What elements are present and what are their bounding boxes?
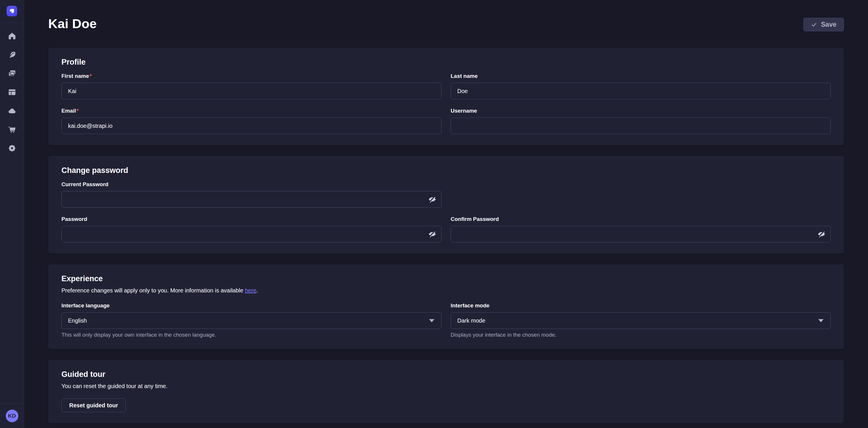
required-asterisk: * xyxy=(76,108,79,114)
experience-description-period: . xyxy=(256,287,258,293)
last-name-input[interactable] xyxy=(451,83,831,99)
first-name-input[interactable] xyxy=(61,83,441,99)
marketplace-cart-icon xyxy=(8,125,16,134)
settings-gear-icon xyxy=(8,144,16,152)
profile-heading: Profile xyxy=(61,57,831,67)
reset-guided-tour-button[interactable]: Reset guided tour xyxy=(61,398,126,412)
experience-description: Preference changes will apply only to yo… xyxy=(61,287,831,294)
change-password-heading: Change password xyxy=(61,166,831,175)
first-name-label: First name* xyxy=(61,73,441,79)
current-password-label: Current Password xyxy=(61,181,441,188)
first-name-field-group: First name* xyxy=(61,73,441,99)
current-password-input-wrap xyxy=(61,191,441,208)
app-root: KD Kai Doe Save Profile First name* xyxy=(0,0,868,428)
last-name-input-wrap xyxy=(451,83,831,99)
home-icon xyxy=(8,32,16,40)
sidebar-divider xyxy=(0,403,24,404)
email-label-text: Email xyxy=(61,108,76,114)
main-content: Kai Doe Save Profile First name* Last xyxy=(24,0,868,428)
sidebar-item-settings[interactable] xyxy=(7,143,17,153)
current-password-field-group: Current Password xyxy=(61,181,441,208)
save-button-label: Save xyxy=(821,21,836,28)
confirm-password-label: Confirm Password xyxy=(451,216,831,222)
interface-language-hint: This will only display your own interfac… xyxy=(61,332,441,338)
toggle-confirm-password-visibility[interactable] xyxy=(815,226,828,242)
media-library-icon xyxy=(8,69,16,78)
page-header: Kai Doe Save xyxy=(48,16,844,32)
confirm-password-field-group: Confirm Password xyxy=(451,216,831,242)
interface-language-field-group: Interface language English This will onl… xyxy=(61,302,441,338)
check-icon xyxy=(811,22,817,28)
feather-content-icon xyxy=(8,51,16,59)
interface-language-label: Interface language xyxy=(61,302,441,309)
username-input[interactable] xyxy=(451,117,831,134)
guided-tour-card: Guided tour You can reset the guided tou… xyxy=(48,360,844,423)
strapi-logo[interactable] xyxy=(7,6,17,17)
user-avatar[interactable]: KD xyxy=(6,409,19,422)
guided-tour-description: You can reset the guided tour at any tim… xyxy=(61,382,831,390)
last-name-label: Last name xyxy=(451,73,831,79)
current-password-input[interactable] xyxy=(61,191,441,208)
password-field-group: Password xyxy=(61,216,441,242)
layout-panel-icon xyxy=(8,88,16,96)
email-label: Email* xyxy=(61,108,441,114)
profile-row-2: Email* Username xyxy=(61,108,831,134)
username-label: Username xyxy=(451,108,831,114)
username-input-wrap xyxy=(451,117,831,134)
eye-slash-icon xyxy=(428,195,436,203)
password-label: Password xyxy=(61,216,441,222)
eye-slash-icon xyxy=(428,230,436,238)
password-row-spacer xyxy=(451,181,831,208)
email-input-wrap xyxy=(61,117,441,134)
chevron-down-icon xyxy=(818,319,824,322)
page-title: Kai Doe xyxy=(48,16,97,32)
sidebar-item-content-manager[interactable] xyxy=(7,50,17,60)
interface-mode-field-group: Interface mode Dark mode Displays your i… xyxy=(451,302,831,338)
interface-mode-value: Dark mode xyxy=(457,317,485,324)
confirm-password-input-wrap xyxy=(451,226,831,242)
password-row-1: Current Password xyxy=(61,181,831,208)
first-name-label-text: First name xyxy=(61,73,89,79)
interface-language-value: English xyxy=(68,317,87,324)
password-row-2: Password Conf xyxy=(61,216,831,242)
sidebar-divider xyxy=(0,23,24,23)
strapi-logo-icon xyxy=(7,6,17,17)
email-field-group: Email* xyxy=(61,108,441,134)
experience-card: Experience Preference changes will apply… xyxy=(48,264,844,349)
sidebar-nav xyxy=(7,31,17,153)
password-input-wrap xyxy=(61,226,441,242)
more-information-link[interactable]: here xyxy=(245,287,256,293)
toggle-password-visibility[interactable] xyxy=(425,226,439,242)
cloud-icon xyxy=(8,107,16,115)
sidebar-item-media-library[interactable] xyxy=(7,68,17,79)
toggle-current-password-visibility[interactable] xyxy=(425,191,439,208)
save-button[interactable]: Save xyxy=(803,18,844,31)
username-field-group: Username xyxy=(451,108,831,134)
eye-slash-icon xyxy=(817,230,826,238)
interface-mode-hint: Displays your interface in the chosen mo… xyxy=(451,332,831,338)
interface-language-select[interactable]: English xyxy=(61,312,441,329)
sidebar-item-marketplace[interactable] xyxy=(7,124,17,135)
interface-mode-label: Interface mode xyxy=(451,302,831,309)
chevron-down-icon xyxy=(429,319,434,322)
sidebar-item-content-type-builder[interactable] xyxy=(7,87,17,97)
email-input[interactable] xyxy=(61,117,441,134)
sidebar-item-home[interactable] xyxy=(7,31,17,41)
profile-row-1: First name* Last name xyxy=(61,73,831,99)
confirm-password-input[interactable] xyxy=(451,226,831,242)
first-name-input-wrap xyxy=(61,83,441,99)
experience-description-text: Preference changes will apply only to yo… xyxy=(61,287,245,293)
change-password-card: Change password Current Password xyxy=(48,156,844,253)
sidebar-item-deploy[interactable] xyxy=(7,106,17,116)
profile-card: Profile First name* Last name Emai xyxy=(48,48,844,145)
interface-mode-select[interactable]: Dark mode xyxy=(451,312,831,329)
experience-heading: Experience xyxy=(61,274,831,284)
sidebar: KD xyxy=(0,0,24,428)
guided-tour-heading: Guided tour xyxy=(61,370,831,379)
required-asterisk: * xyxy=(90,73,92,79)
password-input[interactable] xyxy=(61,226,441,242)
sidebar-bottom: KD xyxy=(0,403,24,428)
last-name-field-group: Last name xyxy=(451,73,831,99)
experience-row: Interface language English This will onl… xyxy=(61,302,831,338)
